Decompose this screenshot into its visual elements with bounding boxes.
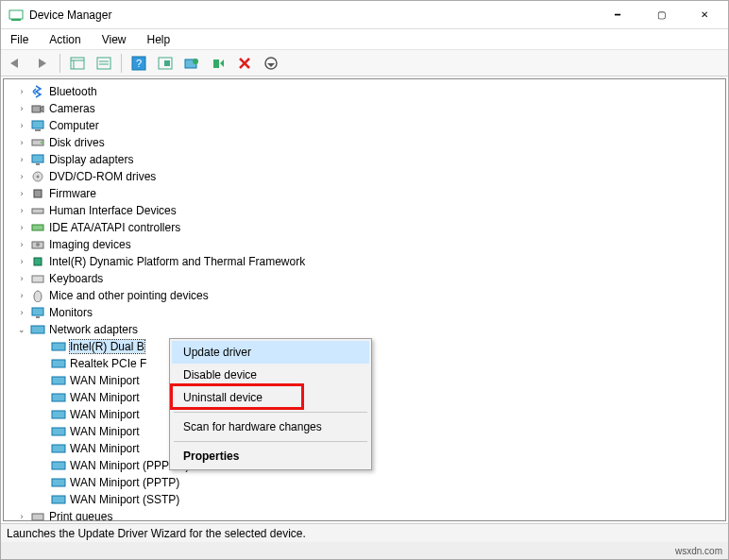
network-adapter-icon [51,458,66,473]
context-menu-item[interactable]: Scan for hardware changes [172,416,369,438]
svg-marker-3 [39,59,46,68]
expand-icon[interactable]: › [15,308,28,317]
svg-rect-24 [32,121,43,128]
svg-rect-40 [32,308,43,315]
update-driver-button[interactable] [180,53,203,74]
tree-item[interactable]: › Cameras [4,100,725,117]
svg-rect-38 [32,276,43,282]
svg-rect-49 [52,445,65,452]
expand-icon[interactable]: › [15,291,28,300]
window-title: Device Manager [29,8,111,22]
expand-icon[interactable]: › [15,223,28,232]
show-hidden-button[interactable] [66,53,89,74]
expand-icon[interactable]: › [15,257,28,266]
imaging-icon [30,237,45,252]
tree-item-adapter[interactable]: WAN Miniport (PPTP) [4,474,725,491]
svg-rect-48 [52,428,65,435]
network-adapter-icon [51,390,66,405]
svg-rect-25 [35,129,41,131]
svg-marker-17 [220,59,224,67]
context-menu-item[interactable]: Properties [172,445,369,467]
expand-icon[interactable]: › [15,206,28,215]
collapse-icon[interactable]: ⌄ [15,325,28,334]
tree-item[interactable]: › Mice and other pointing devices [4,287,725,304]
tree-item[interactable]: › Display adapters [4,151,725,168]
menu-action[interactable]: Action [45,31,84,48]
tree-item[interactable]: › Firmware [4,185,725,202]
close-button[interactable]: ✕ [683,1,726,29]
svg-point-36 [36,243,40,246]
menu-help[interactable]: Help [144,31,175,48]
maximize-button[interactable]: ▢ [639,1,683,29]
svg-point-27 [41,142,42,144]
hid-icon [30,203,45,218]
footer: wsxdn.com [1,542,728,559]
back-button[interactable] [5,53,27,74]
context-menu: Update driverDisable deviceUninstall dev… [169,338,372,470]
svg-rect-7 [97,58,110,69]
forward-button[interactable] [31,53,54,74]
network-adapter-icon [51,424,66,439]
expand-icon[interactable]: › [15,189,28,198]
svg-rect-37 [34,258,42,265]
tree-item[interactable]: › Intel(R) Dynamic Platform and Thermal … [4,253,725,270]
context-menu-item[interactable]: Disable device [172,364,369,386]
camera-icon [30,101,45,116]
svg-rect-34 [32,225,43,230]
menu-file[interactable]: File [7,31,32,48]
expand-icon[interactable]: › [15,104,28,113]
uninstall-button[interactable] [207,53,229,74]
svg-rect-13 [164,60,170,66]
properties-button[interactable] [93,53,115,74]
svg-rect-4 [71,58,84,69]
svg-rect-45 [52,377,65,384]
context-menu-item[interactable]: Update driver [172,341,369,364]
toolbar: ? [1,50,728,76]
keyboard-icon [30,271,45,286]
expand-icon[interactable]: › [15,512,28,521]
chip-icon [30,254,45,269]
svg-rect-43 [52,343,65,350]
expand-icon[interactable]: › [15,274,28,283]
svg-rect-53 [32,514,43,520]
expand-icon[interactable]: › [15,87,28,96]
tree-item[interactable]: › Human Interface Devices [4,202,725,219]
svg-point-15 [193,59,198,64]
menu-view[interactable]: View [98,31,130,48]
svg-marker-2 [10,59,18,68]
tree-item-adapter[interactable]: WAN Miniport (SSTP) [4,491,725,508]
tree-item[interactable]: › Monitors [4,304,725,321]
network-adapter-icon [51,407,66,422]
expand-icon[interactable]: › [15,172,28,181]
tree-item[interactable]: › Imaging devices [4,236,725,253]
tree-item-network-adapters[interactable]: ⌄ Network adapters [4,321,725,338]
tree-item[interactable]: › IDE ATA/ATAPI controllers [4,219,725,236]
network-adapter-icon [51,441,66,456]
svg-rect-51 [52,479,65,486]
tree-item[interactable]: › DVD/CD-ROM drives [4,168,725,185]
context-menu-item[interactable]: Uninstall device [172,386,369,409]
expand-icon[interactable]: › [15,155,28,164]
tree-item[interactable]: › Bluetooth [4,83,725,100]
svg-rect-22 [32,106,41,112]
expand-icon[interactable]: › [15,121,28,130]
minimize-button[interactable]: ━ [596,1,639,29]
disable-button[interactable] [233,53,256,74]
tree-item[interactable]: › Keyboards [4,270,725,287]
svg-rect-33 [32,209,43,213]
disk-icon [30,135,45,150]
scan-button[interactable] [154,53,177,74]
tree-item[interactable]: › Computer [4,117,725,134]
help-button[interactable]: ? [127,53,150,74]
expand-icon[interactable]: › [15,138,28,147]
svg-rect-50 [52,462,65,469]
svg-point-39 [34,291,42,302]
network-adapter-icon [51,475,66,490]
tree-item-print-queues[interactable]: › Print queues [4,508,725,521]
tree-item[interactable]: › Disk drives [4,134,725,151]
expand-icon[interactable]: › [15,240,28,249]
svg-rect-42 [31,326,44,333]
network-icon [30,322,45,337]
enable-button[interactable] [260,53,282,74]
svg-rect-29 [36,163,40,165]
